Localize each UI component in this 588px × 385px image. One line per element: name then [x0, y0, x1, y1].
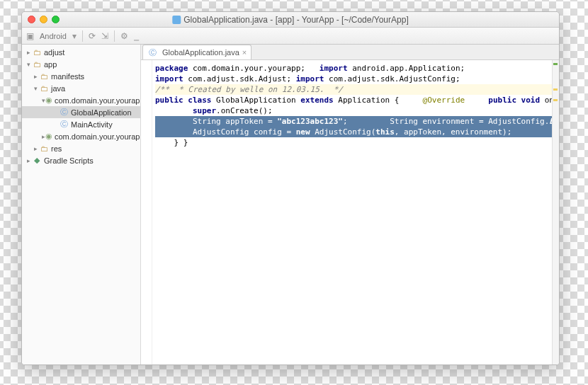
- project-tree-panel[interactable]: ▸🗀adjust ▾🗀app ▸🗀manifests ▾🗀java ▾◉com.…: [22, 45, 141, 364]
- tree-label: MainActivity: [71, 120, 113, 129]
- file-type-icon: [172, 16, 181, 24]
- tree-item-global-application[interactable]: ⒸGlobalApplication: [22, 106, 140, 118]
- tree-item-package-test[interactable]: ▸◉com.domain.your.yourapp: [22, 130, 140, 142]
- warning-marker[interactable]: [553, 88, 558, 91]
- tree-label: manifests: [51, 72, 84, 81]
- tree-item-app[interactable]: ▾🗀app: [22, 58, 140, 70]
- tab-global-application[interactable]: Ⓒ GlobalApplication.java ×: [142, 45, 251, 59]
- status-marker[interactable]: [553, 63, 558, 65]
- content-area: ▸🗀adjust ▾🗀app ▸🗀manifests ▾🗀java ▾◉com.…: [22, 45, 559, 364]
- tree-item-adjust[interactable]: ▸🗀adjust: [22, 46, 140, 58]
- tree-item-res[interactable]: ▸🗀res: [22, 142, 140, 154]
- error-stripe[interactable]: [552, 60, 559, 364]
- settings-icon[interactable]: ⚙: [120, 31, 128, 41]
- class-icon: Ⓒ: [59, 108, 69, 117]
- maximize-window-button[interactable]: [52, 16, 60, 23]
- folder-icon: 🗀: [39, 72, 49, 81]
- code-content[interactable]: package com.domain.your.yourapp; import …: [152, 60, 559, 364]
- class-icon: Ⓒ: [147, 48, 157, 57]
- tree-label: adjust: [44, 48, 64, 57]
- folder-icon: 🗀: [39, 84, 49, 93]
- hide-icon[interactable]: ⎯: [134, 31, 139, 41]
- tree-item-main-activity[interactable]: ⒸMainActivity: [22, 118, 140, 130]
- toolbar: ▣ Android ▾ ⟳ ⇲ ⚙ ⎯: [22, 28, 559, 45]
- folder-icon: 🗀: [32, 48, 42, 57]
- selected-code-block: String appToken = "abc123abc123"; String…: [155, 116, 559, 137]
- editor-area: Ⓒ GlobalApplication.java × package com.d…: [141, 45, 559, 364]
- separator: [82, 30, 83, 42]
- gutter[interactable]: [141, 60, 152, 364]
- window-title-text: GlobalApplication.java - [app] - YourApp…: [183, 15, 408, 25]
- tree-item-package[interactable]: ▾◉com.domain.your.yourapp: [22, 94, 140, 106]
- window-title: GlobalApplication.java - [app] - YourApp…: [172, 15, 408, 25]
- tree-label: GlobalApplication: [71, 108, 132, 117]
- tab-label: GlobalApplication.java: [162, 48, 239, 57]
- comment: */: [329, 85, 343, 94]
- close-window-button[interactable]: [28, 16, 35, 23]
- class-icon: Ⓒ: [59, 120, 69, 129]
- tree-label: com.domain.your.yourapp: [55, 132, 140, 141]
- minimize-window-button[interactable]: [40, 16, 47, 23]
- code-line: }: [183, 138, 188, 147]
- ide-window: GlobalApplication.java - [app] - YourApp…: [21, 11, 560, 365]
- tree-label: Gradle Scripts: [44, 156, 94, 165]
- annotation: @Override: [423, 96, 465, 105]
- tree-item-manifests[interactable]: ▸🗀manifests: [22, 70, 140, 82]
- dropdown-arrow-icon[interactable]: ▾: [72, 31, 77, 41]
- gradle-icon: ◆: [32, 156, 42, 165]
- comment: * Created by welle on 12.03.15.: [174, 85, 324, 94]
- tree-label: com.domain.your.yourapp: [55, 96, 140, 105]
- code-editor[interactable]: package com.domain.your.yourapp; import …: [141, 60, 559, 364]
- project-view-selector[interactable]: Android: [40, 32, 67, 40]
- sync-icon[interactable]: ⟳: [89, 31, 96, 41]
- tree-item-java[interactable]: ▾🗀java: [22, 82, 140, 94]
- window-controls: [22, 16, 60, 23]
- separator: [114, 30, 115, 42]
- tree-label: app: [44, 60, 57, 69]
- comment: /**: [155, 85, 169, 94]
- project-tree: ▸🗀adjust ▾🗀app ▸🗀manifests ▾🗀java ▾◉com.…: [22, 45, 140, 168]
- warning-marker[interactable]: [553, 99, 558, 101]
- tree-item-gradle[interactable]: ▸◆Gradle Scripts: [22, 154, 140, 166]
- package-icon: ◉: [45, 96, 52, 105]
- collapse-icon[interactable]: ⇲: [101, 31, 108, 41]
- titlebar[interactable]: GlobalApplication.java - [app] - YourApp…: [22, 12, 559, 28]
- tree-label: res: [51, 144, 62, 153]
- editor-tabs: Ⓒ GlobalApplication.java ×: [141, 45, 559, 60]
- folder-icon: 🗀: [39, 144, 49, 153]
- tree-label: java: [51, 84, 65, 93]
- code-line: }: [155, 138, 179, 147]
- package-icon: ◉: [45, 132, 52, 141]
- close-tab-icon[interactable]: ×: [242, 48, 247, 57]
- folder-icon: 🗀: [32, 60, 42, 69]
- android-icon: ▣: [26, 31, 34, 41]
